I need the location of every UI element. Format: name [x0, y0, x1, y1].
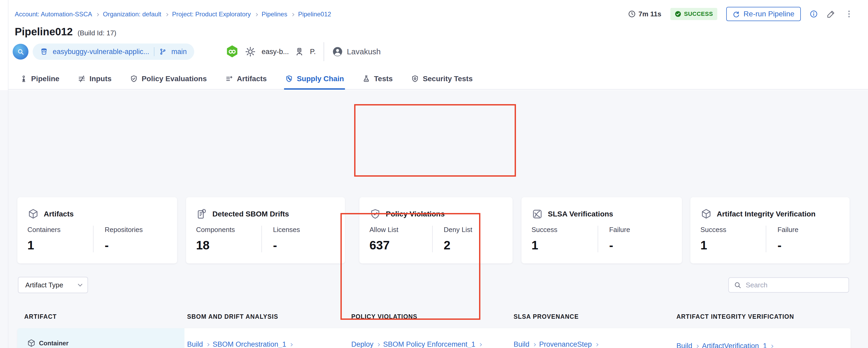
search-trigger-glyph — [17, 48, 25, 56]
cube-icon — [27, 208, 39, 220]
card-artifacts: Artifacts Containers 1 Repositories - — [18, 197, 177, 263]
check-circle-icon — [675, 10, 681, 18]
branch-icon — [159, 48, 166, 55]
search-input[interactable] — [746, 281, 844, 289]
sbom-step-link[interactable]: SBOM Orchestration_1 — [213, 340, 286, 348]
supply-chain-shield-icon — [285, 75, 293, 83]
chevron-right-icon — [165, 13, 168, 16]
th-policy-violations: POLICY VIOLATIONS — [351, 313, 417, 320]
cell-slsa: Build ProvenanceStep Download SLSA Deplo… — [514, 328, 661, 348]
status-text: SUCCESS — [684, 10, 713, 18]
card-col-label: Deny List — [444, 226, 506, 234]
policy-step-link[interactable]: SBOM Policy Enforcement_1 — [383, 340, 475, 348]
integrity-stage-link[interactable]: Build — [676, 342, 692, 348]
tab-supply-chain[interactable]: Supply Chain — [284, 75, 345, 90]
tab-tests[interactable]: Tests — [361, 75, 394, 90]
trigger-short-name[interactable]: P. — [310, 48, 316, 56]
execution-toolbar: 7m 11s SUCCESS Re-run Pipeline — [628, 6, 854, 22]
th-slsa-provenance: SLSA PROVENANCE — [514, 313, 579, 320]
cell-policy: Deploy SBOM Policy Enforcement_1 637 All… — [351, 328, 499, 348]
user-name: Lavakush — [347, 47, 380, 56]
card-col-value: 1 — [27, 238, 93, 252]
tab-pipeline[interactable]: Pipeline — [19, 75, 60, 90]
card-col-label: Failure — [609, 226, 675, 234]
chevron-right-icon — [254, 13, 258, 16]
chevron-right-icon — [289, 343, 293, 346]
supply-chain-panel: Artifacts Containers 1 Repositories - De… — [0, 90, 868, 348]
card-col-label: Success — [531, 226, 598, 234]
sbom-stage-link[interactable]: Build — [187, 340, 203, 348]
rerun-pipeline-button[interactable]: Re-run Pipeline — [726, 7, 801, 21]
breadcrumb-account[interactable]: Account: Automation-SSCA — [15, 10, 92, 18]
chevron-right-icon — [377, 343, 380, 346]
tab-label: Pipeline — [31, 75, 59, 83]
breadcrumb: Account: Automation-SSCA Organization: d… — [15, 10, 331, 18]
cell-integrity: Build ArtifactVerification_1 Integrity V… — [676, 328, 845, 348]
tab-label: Tests — [374, 75, 393, 83]
edit-pencil-icon[interactable] — [827, 9, 836, 19]
cube-icon — [701, 208, 712, 220]
search-icon — [734, 281, 742, 289]
breadcrumb-project[interactable]: Project: Product Exploratory — [172, 10, 251, 18]
slsa-build-stage-link[interactable]: Build — [514, 340, 529, 348]
chip-divider — [154, 47, 154, 56]
card-col-label: Allow List — [369, 226, 432, 234]
build-id: (Build Id: 17) — [78, 29, 116, 37]
repo-branch-chip[interactable]: easybuggy-vulnerable-applic... main — [33, 44, 194, 60]
th-artifact: ARTIFACT — [24, 313, 57, 320]
card-col-value: 637 — [369, 238, 432, 252]
nav-edge-divider — [8, 0, 8, 348]
tab-inputs[interactable]: Inputs — [77, 75, 113, 90]
meta-divider — [323, 42, 324, 61]
tab-label: Security Tests — [423, 75, 472, 83]
tab-policy-evaluations[interactable]: Policy Evaluations — [129, 75, 208, 90]
inputs-icon — [78, 75, 86, 83]
integrity-step-link[interactable]: ArtifactVerification_1 — [702, 342, 767, 348]
card-col-value: - — [609, 238, 675, 252]
duration-value: 7m 11s — [639, 10, 661, 18]
table-row: Container docker.io/lavakush07/easy-bugg… — [18, 328, 850, 348]
container-cube-icon — [27, 339, 36, 348]
card-col-value: 1 — [531, 238, 598, 252]
card-title: Artifact Integrity Verification — [717, 210, 815, 218]
shield-check-icon — [369, 208, 381, 220]
delegate-icon — [294, 47, 304, 56]
tab-artifacts[interactable]: Artifacts — [224, 75, 268, 90]
card-col-label: Success — [701, 226, 766, 234]
card-title: Policy Violations — [386, 210, 445, 218]
triggered-by-user: Lavakush — [332, 46, 380, 57]
card-sbom-drifts: Detected SBOM Drifts Components 18 Licen… — [186, 197, 345, 263]
webhook-icon — [225, 45, 239, 59]
sbom-scroll-icon — [196, 208, 208, 220]
artifact-list-icon — [225, 75, 233, 83]
kebab-menu-icon[interactable] — [844, 9, 854, 19]
trigger-pipeline-name[interactable]: easy-b... — [262, 48, 289, 56]
chevron-right-icon — [595, 343, 598, 346]
tab-security-tests[interactable]: Security Tests — [410, 75, 473, 90]
breadcrumb-pipelines[interactable]: Pipelines — [262, 10, 287, 18]
breadcrumb-organization[interactable]: Organization: default — [103, 10, 161, 18]
th-artifact-integrity: ARTIFACT INTEGRITY VERIFICATION — [676, 313, 794, 320]
card-col-value: 18 — [196, 238, 261, 252]
card-col-value: - — [104, 238, 170, 252]
artifact-type-label: Artifact Type — [25, 281, 63, 289]
page-title: Pipeline012 — [15, 26, 73, 38]
tab-label: Policy Evaluations — [142, 75, 207, 83]
policy-stage-link[interactable]: Deploy — [351, 340, 373, 348]
artifact-type-dropdown[interactable]: Artifact Type — [18, 277, 88, 293]
card-title: Artifacts — [44, 210, 74, 218]
card-col-label: Components — [196, 226, 261, 234]
branch-name: main — [171, 48, 187, 56]
card-col-value: 1 — [701, 238, 766, 252]
chevron-right-icon — [478, 343, 482, 346]
slsa-provenance-step-link[interactable]: ProvenanceStep — [539, 340, 592, 348]
search-box — [728, 277, 849, 293]
th-sbom-drift: SBOM AND DRIFT ANALYSIS — [187, 313, 278, 320]
card-col-value: 2 — [444, 238, 506, 252]
trigger-meta: easy-b... P. — [225, 45, 316, 59]
card-col-label: Failure — [777, 226, 843, 234]
breadcrumb-pipeline012[interactable]: Pipeline012 — [298, 10, 331, 18]
cell-sbom: Build SBOM Orchestration_1 Download SBOM… — [187, 328, 335, 348]
info-icon[interactable] — [810, 10, 818, 18]
card-policy-violations: Policy Violations Allow List 637 Deny Li… — [360, 197, 513, 263]
